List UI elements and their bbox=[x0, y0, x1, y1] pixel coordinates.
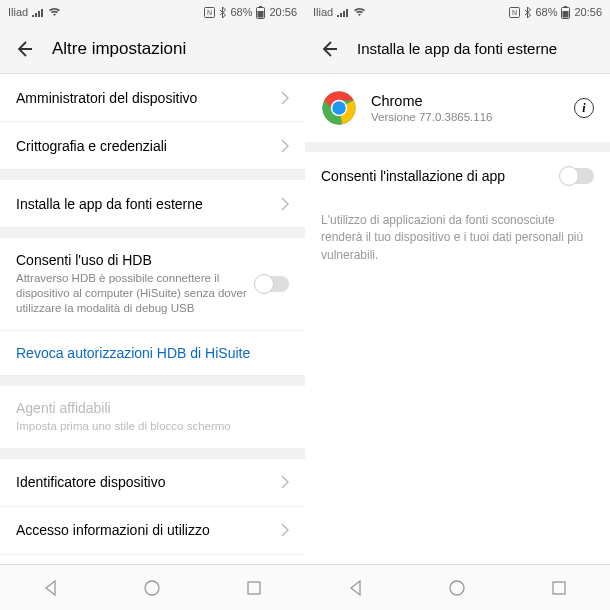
row-allow-install: Consenti l'installazione di app bbox=[305, 152, 610, 200]
svg-rect-6 bbox=[248, 582, 260, 594]
nav-back-button[interactable] bbox=[42, 579, 60, 597]
status-bar: Iliad N 68% 20:56 bbox=[305, 0, 610, 24]
row-device-id[interactable]: Identificatore dispositivo bbox=[0, 459, 305, 507]
chevron-right-icon bbox=[281, 197, 289, 211]
row-label: Crittografia e credenziali bbox=[16, 138, 281, 154]
row-hdb: Consenti l'uso di HDB Attraverso HDB è p… bbox=[0, 238, 305, 331]
svg-text:N: N bbox=[207, 9, 212, 16]
app-name: Chrome bbox=[371, 93, 560, 109]
section-divider bbox=[0, 376, 305, 386]
bluetooth-icon bbox=[219, 7, 226, 18]
clock: 20:56 bbox=[269, 6, 297, 18]
nav-back-button[interactable] bbox=[347, 579, 365, 597]
status-bar: Iliad N 68% 20:56 bbox=[0, 0, 305, 24]
row-label: Installa le app da fonti esterne bbox=[16, 196, 281, 212]
wifi-icon bbox=[48, 7, 61, 17]
row-screen-pinning[interactable]: Schermo fisso Off bbox=[0, 555, 305, 564]
row-label: Amministratori del dispositivo bbox=[16, 90, 281, 106]
signal-icon bbox=[337, 7, 349, 17]
battery-icon bbox=[256, 6, 265, 19]
page-title: Altre impostazioni bbox=[52, 39, 186, 59]
section-divider bbox=[0, 449, 305, 459]
phone-right: Iliad N 68% 20:56 Installa le a bbox=[305, 0, 610, 610]
carrier-label: Iliad bbox=[8, 6, 28, 18]
hdb-toggle[interactable] bbox=[255, 276, 289, 292]
nav-home-button[interactable] bbox=[143, 579, 161, 597]
carrier-label: Iliad bbox=[313, 6, 333, 18]
back-button[interactable] bbox=[14, 39, 34, 59]
section-divider bbox=[0, 228, 305, 238]
nav-recent-button[interactable] bbox=[550, 579, 568, 597]
chrome-icon bbox=[321, 90, 357, 126]
row-label: Identificatore dispositivo bbox=[16, 474, 281, 490]
warning-text: L'utilizzo di applicazioni da fonti scon… bbox=[305, 200, 610, 276]
nav-recent-button[interactable] bbox=[245, 579, 263, 597]
row-install-unknown[interactable]: Installa le app da fonti esterne bbox=[0, 180, 305, 228]
row-description: Attraverso HDB è possibile connettere il… bbox=[16, 271, 255, 316]
bluetooth-icon bbox=[524, 7, 531, 18]
chevron-right-icon bbox=[281, 475, 289, 489]
allow-install-toggle[interactable] bbox=[560, 168, 594, 184]
nav-home-button[interactable] bbox=[448, 579, 466, 597]
svg-text:N: N bbox=[512, 9, 517, 16]
nfc-icon: N bbox=[509, 7, 520, 18]
chevron-right-icon bbox=[281, 523, 289, 537]
nfc-icon: N bbox=[204, 7, 215, 18]
section-divider bbox=[0, 170, 305, 180]
app-info-button[interactable]: i bbox=[574, 98, 594, 118]
app-detail: Chrome Versione 77.0.3865.116 i Consenti… bbox=[305, 74, 610, 564]
back-button[interactable] bbox=[319, 39, 339, 59]
wifi-icon bbox=[353, 7, 366, 17]
row-label: Agenti affidabili bbox=[16, 400, 289, 416]
svg-rect-4 bbox=[258, 11, 264, 18]
page-title: Installa le app da fonti esterne bbox=[357, 40, 557, 57]
navigation-bar bbox=[305, 564, 610, 610]
app-header: Chrome Versione 77.0.3865.116 i bbox=[305, 74, 610, 142]
svg-point-16 bbox=[450, 581, 464, 595]
svg-point-15 bbox=[332, 101, 346, 115]
svg-rect-17 bbox=[553, 582, 565, 594]
chevron-right-icon bbox=[281, 91, 289, 105]
header: Altre impostazioni bbox=[0, 24, 305, 74]
row-label: Accesso informazioni di utilizzo bbox=[16, 522, 281, 538]
app-version: Versione 77.0.3865.116 bbox=[371, 111, 560, 123]
battery-icon bbox=[561, 6, 570, 19]
row-device-admin[interactable]: Amministratori del dispositivo bbox=[0, 74, 305, 122]
phone-left: Iliad N 68% 20:56 Altre imposta bbox=[0, 0, 305, 610]
signal-icon bbox=[32, 7, 44, 17]
chevron-right-icon bbox=[281, 139, 289, 153]
clock: 20:56 bbox=[574, 6, 602, 18]
row-label: Consenti l'uso di HDB bbox=[16, 252, 255, 268]
navigation-bar bbox=[0, 564, 305, 610]
row-label: Consenti l'installazione di app bbox=[321, 168, 560, 184]
row-usage-access[interactable]: Accesso informazioni di utilizzo bbox=[0, 507, 305, 555]
row-hdb-revoke[interactable]: Revoca autorizzazioni HDB di HiSuite bbox=[0, 331, 305, 376]
row-trusted-agents: Agenti affidabili Imposta prima uno stil… bbox=[0, 386, 305, 449]
row-description: Imposta prima uno stile di blocco scherm… bbox=[16, 419, 289, 434]
header: Installa le app da fonti esterne bbox=[305, 24, 610, 74]
battery-percent: 68% bbox=[535, 6, 557, 18]
svg-point-5 bbox=[145, 581, 159, 595]
svg-rect-11 bbox=[563, 11, 569, 18]
settings-list: Amministratori del dispositivo Crittogra… bbox=[0, 74, 305, 564]
section-divider bbox=[305, 142, 610, 152]
row-encryption[interactable]: Crittografia e credenziali bbox=[0, 122, 305, 170]
battery-percent: 68% bbox=[230, 6, 252, 18]
